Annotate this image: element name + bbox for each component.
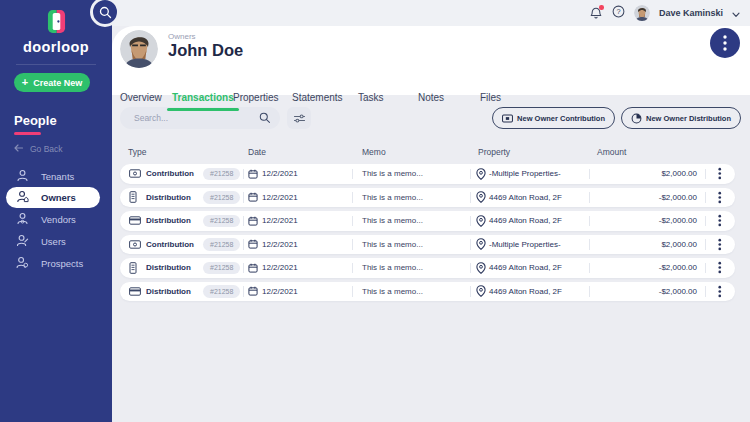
transaction-amount: -$2,000.00 bbox=[589, 282, 697, 302]
button-label: New Owner Distribution bbox=[646, 114, 731, 123]
sidebar-item-label: Tenants bbox=[41, 171, 74, 182]
search-icon bbox=[99, 6, 112, 19]
user-avatar[interactable] bbox=[634, 5, 650, 21]
row-menu-button[interactable] bbox=[712, 282, 728, 302]
divider bbox=[705, 239, 706, 250]
tab-overview[interactable]: Overview bbox=[120, 92, 162, 103]
sidebar-nav: Tenants Owners Vendors Users bbox=[0, 165, 112, 274]
row-menu-button[interactable] bbox=[712, 258, 728, 278]
person-gear-icon bbox=[16, 212, 29, 227]
divider bbox=[243, 192, 244, 203]
table-row[interactable]: Distribution #21258 12/2/2021 This is a … bbox=[120, 211, 735, 231]
cash-icon bbox=[129, 164, 141, 184]
divider bbox=[352, 286, 353, 297]
transaction-amount: -$2,000.00 bbox=[589, 258, 697, 278]
location-pin-icon bbox=[476, 235, 486, 255]
new-owner-distribution-button[interactable]: New Owner Distribution bbox=[621, 107, 741, 129]
chevron-down-icon[interactable] bbox=[732, 4, 740, 22]
divider bbox=[352, 169, 353, 180]
reference-badge: #21258 bbox=[203, 215, 240, 228]
tab-tasks[interactable]: Tasks bbox=[358, 92, 384, 103]
transaction-type: Distribution bbox=[146, 188, 191, 208]
location-pin-icon bbox=[476, 188, 486, 208]
go-back-link[interactable]: Go Back bbox=[14, 144, 112, 154]
person-home-icon bbox=[16, 190, 29, 205]
transactions-content: New Owner Contribution New Owner Distrib… bbox=[112, 95, 750, 422]
row-menu-button[interactable] bbox=[712, 188, 728, 208]
sidebar-item-vendors[interactable]: Vendors bbox=[0, 208, 112, 230]
sidebar-section-title: People bbox=[14, 113, 112, 128]
divider bbox=[243, 216, 244, 227]
sidebar-item-tenants[interactable]: Tenants bbox=[0, 165, 112, 187]
transaction-type: Contribution bbox=[146, 235, 194, 255]
sidebar-item-users[interactable]: Users bbox=[0, 230, 112, 252]
transaction-date: 12/2/2021 bbox=[262, 211, 298, 231]
breadcrumb: Owners bbox=[168, 32, 196, 41]
sidebar-item-label: Users bbox=[41, 236, 66, 247]
owner-actions-menu-button[interactable] bbox=[710, 28, 740, 58]
back-arrow-icon bbox=[14, 144, 23, 154]
table-row[interactable]: Contribution #21258 12/2/2021 This is a … bbox=[120, 235, 735, 255]
table-row[interactable]: Distribution #21258 12/2/2021 This is a … bbox=[120, 282, 735, 302]
row-menu-button[interactable] bbox=[712, 235, 728, 255]
transaction-memo: This is a memo... bbox=[362, 282, 423, 302]
calendar-icon bbox=[248, 164, 258, 184]
notifications-button[interactable] bbox=[589, 6, 603, 20]
sidebar-item-label: Vendors bbox=[41, 214, 76, 225]
owner-header-panel: Owners John Doe Overview Transactions Pr… bbox=[112, 26, 750, 95]
tab-notes[interactable]: Notes bbox=[418, 92, 444, 103]
column-header-memo: Memo bbox=[362, 147, 386, 157]
help-button[interactable]: ? bbox=[612, 4, 625, 22]
divider bbox=[243, 286, 244, 297]
divider bbox=[470, 169, 471, 180]
tab-properties[interactable]: Properties bbox=[233, 92, 279, 103]
divider bbox=[352, 239, 353, 250]
reference-badge: #21258 bbox=[203, 191, 240, 204]
divider bbox=[705, 216, 706, 227]
calendar-icon bbox=[248, 258, 258, 278]
transaction-type: Distribution bbox=[146, 282, 191, 302]
search-input[interactable] bbox=[132, 112, 259, 124]
divider bbox=[705, 263, 706, 274]
sidebar: doorloop + Create New People Go Back Ten… bbox=[0, 0, 112, 422]
go-back-label: Go Back bbox=[30, 144, 63, 154]
divider bbox=[470, 239, 471, 250]
tab-transactions[interactable]: Transactions bbox=[172, 92, 234, 103]
transaction-date: 12/2/2021 bbox=[262, 164, 298, 184]
create-new-button[interactable]: + Create New bbox=[14, 73, 90, 92]
plus-icon: + bbox=[22, 77, 28, 88]
svg-text:?: ? bbox=[616, 7, 620, 16]
transaction-memo: This is a memo... bbox=[362, 164, 423, 184]
transaction-property: 4469 Alton Road, 2F bbox=[489, 211, 562, 231]
table-row[interactable]: Contribution #21258 12/2/2021 This is a … bbox=[120, 164, 735, 184]
sidebar-item-prospects[interactable]: Prospects bbox=[0, 252, 112, 274]
location-pin-icon bbox=[476, 282, 486, 302]
location-pin-icon bbox=[476, 258, 486, 278]
transaction-property: -Multiple Properties- bbox=[489, 164, 561, 184]
sidebar-item-label: Prospects bbox=[41, 258, 83, 269]
transaction-amount: $2,000.00 bbox=[589, 164, 697, 184]
sidebar-item-owners[interactable]: Owners bbox=[6, 187, 100, 208]
table-row[interactable]: Distribution #21258 12/2/2021 This is a … bbox=[120, 258, 735, 278]
divider bbox=[243, 239, 244, 250]
tab-files[interactable]: Files bbox=[480, 92, 501, 103]
tab-statements[interactable]: Statements bbox=[292, 92, 343, 103]
create-new-label: Create New bbox=[33, 78, 82, 88]
table-row[interactable]: Distribution #21258 12/2/2021 This is a … bbox=[120, 188, 735, 208]
filter-button[interactable] bbox=[287, 107, 311, 129]
new-owner-contribution-button[interactable]: New Owner Contribution bbox=[492, 107, 615, 129]
button-label: New Owner Contribution bbox=[517, 114, 605, 123]
row-menu-button[interactable] bbox=[712, 211, 728, 231]
row-menu-button[interactable] bbox=[712, 164, 728, 184]
divider bbox=[470, 216, 471, 227]
divider bbox=[243, 263, 244, 274]
transaction-type: Distribution bbox=[146, 211, 191, 231]
calendar-icon bbox=[248, 188, 258, 208]
cash-icon bbox=[129, 235, 141, 255]
reference-badge: #21258 bbox=[203, 285, 240, 298]
user-name[interactable]: Dave Kaminski bbox=[659, 8, 723, 18]
transaction-date: 12/2/2021 bbox=[262, 282, 298, 302]
transaction-property: -Multiple Properties- bbox=[489, 235, 561, 255]
filter-icon bbox=[293, 113, 306, 124]
transaction-type: Contribution bbox=[146, 164, 194, 184]
